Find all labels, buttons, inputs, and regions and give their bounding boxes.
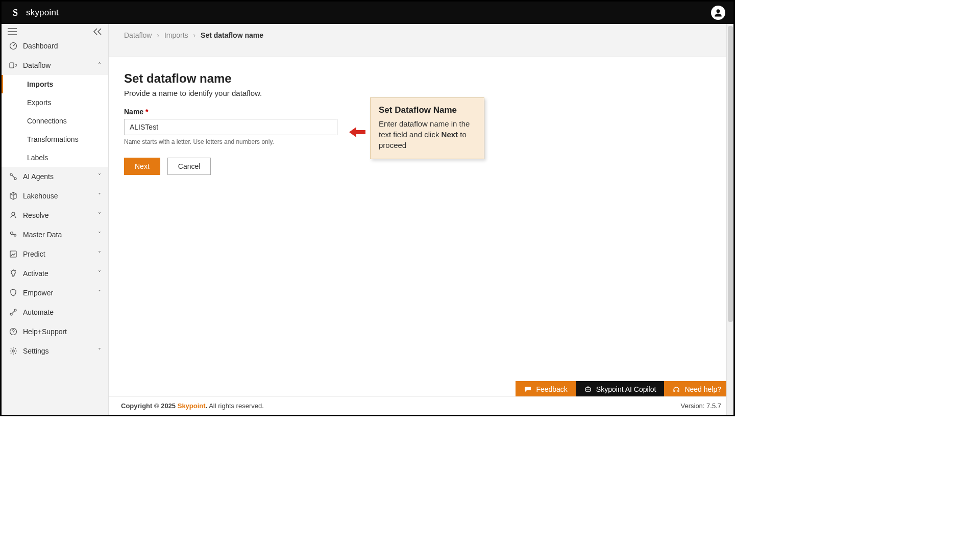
page-subtitle: Provide a name to identify your dataflow…	[124, 89, 718, 97]
sidebar-subitem-imports[interactable]: Imports	[2, 75, 108, 93]
sidebar-label: Lakehouse	[23, 192, 93, 200]
svg-rect-2	[10, 63, 14, 68]
chevron-down-icon: ˅	[98, 173, 101, 180]
topbar: S skypoint	[2, 2, 733, 24]
svg-point-11	[12, 350, 14, 352]
sidebar-subitem-exports[interactable]: Exports	[2, 93, 108, 112]
hamburger-icon[interactable]	[8, 28, 17, 35]
chevron-down-icon: ˅	[98, 250, 101, 258]
scrollbar-thumb[interactable]	[728, 26, 733, 322]
sidebar-item-help-support[interactable]: Help+Support	[2, 322, 108, 341]
headset-icon	[672, 385, 680, 393]
feedback-label: Feedback	[536, 385, 567, 393]
sidebar-item-resolve[interactable]: Resolve ˅	[2, 206, 108, 225]
breadcrumb-sep: ›	[157, 31, 159, 39]
copyright-suffix: All rights reserved.	[207, 402, 264, 410]
chevron-down-icon: ˅	[98, 212, 101, 219]
brand-name: skypoint	[26, 8, 59, 18]
help-tabs: Feedback Skypoint AI Copilot Need help?	[516, 381, 729, 397]
gear-icon	[9, 347, 18, 355]
sidebar-label: AI Agents	[23, 172, 93, 181]
brand-logo-icon: S	[10, 7, 21, 18]
chevron-down-icon: ˅	[98, 192, 101, 199]
sidebar-item-lakehouse[interactable]: Lakehouse ˅	[2, 186, 108, 206]
footer: Copyright © 2025 Skypoint. All rights re…	[109, 396, 733, 415]
resolve-icon	[9, 211, 18, 219]
svg-point-9	[14, 309, 16, 311]
sidebar-item-settings[interactable]: Settings ˅	[2, 341, 108, 361]
predict-icon	[9, 250, 18, 258]
sidebar-label: Empower	[23, 289, 93, 297]
breadcrumb-sep: ›	[193, 31, 196, 39]
cube-icon	[9, 192, 18, 200]
page-title: Set dataflow name	[124, 71, 718, 86]
sidebar-subitem-connections[interactable]: Connections	[2, 112, 108, 130]
feedback-tab[interactable]: Feedback	[516, 381, 575, 397]
button-row: Next Cancel	[124, 158, 718, 175]
sidebar-item-master-data[interactable]: Master Data ˅	[2, 225, 108, 244]
copilot-label: Skypoint AI Copilot	[596, 385, 656, 393]
sidebar-label: Master Data	[23, 231, 93, 239]
svg-point-6	[14, 234, 16, 236]
gauge-icon	[9, 42, 18, 50]
dataflow-subitems: Imports Exports Connections Transformati…	[2, 75, 108, 167]
sidebar-label: Dataflow	[23, 61, 93, 69]
sidebar-top	[2, 24, 108, 36]
sidebar-label: Predict	[23, 250, 93, 258]
sidebar: Dashboard Dataflow ˄ Imports Exports Con…	[2, 24, 109, 415]
chevron-up-icon: ˄	[98, 62, 101, 69]
copyright-prefix: Copyright © 2025	[121, 402, 178, 410]
lightbulb-icon	[9, 269, 18, 278]
svg-point-14	[589, 389, 590, 390]
version-label: Version:	[680, 402, 706, 410]
cancel-button[interactable]: Cancel	[167, 158, 211, 175]
sidebar-item-dataflow[interactable]: Dataflow ˄	[2, 56, 108, 75]
chevron-down-icon: ˅	[98, 270, 101, 277]
svg-point-4	[14, 178, 16, 180]
breadcrumb-link-imports[interactable]: Imports	[164, 31, 188, 39]
breadcrumb-link-dataflow[interactable]: Dataflow	[124, 31, 152, 39]
sidebar-item-predict[interactable]: Predict ˅	[2, 244, 108, 264]
chevron-down-icon: ˅	[98, 347, 101, 355]
sidebar-item-dashboard[interactable]: Dashboard	[2, 36, 108, 56]
shield-icon	[9, 289, 18, 297]
automate-icon	[9, 308, 18, 316]
field-label-text: Name	[124, 108, 143, 116]
copyright: Copyright © 2025 Skypoint. All rights re…	[121, 402, 264, 410]
sidebar-item-automate[interactable]: Automate	[2, 303, 108, 322]
bot-icon	[584, 385, 592, 393]
master-data-icon	[9, 231, 18, 239]
version-value: 7.5.7	[706, 402, 721, 410]
chevron-down-icon: ˅	[98, 231, 101, 238]
need-help-label: Need help?	[684, 385, 721, 393]
callout-box: Set Dataflow Name Enter dataflow name in…	[370, 97, 484, 159]
svg-point-0	[717, 9, 720, 13]
chevron-down-icon: ˅	[98, 289, 101, 296]
callout-text-bold: Next	[442, 130, 458, 139]
need-help-tab[interactable]: Need help?	[664, 381, 729, 397]
footer-brand-link[interactable]: Skypoint	[178, 402, 206, 410]
dataflow-name-input[interactable]	[124, 119, 337, 135]
sidebar-item-empower[interactable]: Empower ˅	[2, 283, 108, 303]
sidebar-item-activate[interactable]: Activate ˅	[2, 264, 108, 283]
svg-point-3	[10, 173, 12, 175]
main: Dataflow › Imports › Set dataflow name S…	[109, 24, 733, 415]
avatar[interactable]	[711, 6, 725, 20]
brand[interactable]: S skypoint	[10, 7, 59, 18]
svg-point-5	[11, 232, 13, 235]
sidebar-subitem-transformations[interactable]: Transformations	[2, 130, 108, 148]
sidebar-subitem-labels[interactable]: Labels	[2, 148, 108, 167]
required-asterisk: *	[145, 108, 148, 116]
sidebar-label: Settings	[23, 347, 93, 355]
dataflow-icon	[9, 61, 18, 69]
svg-rect-7	[10, 251, 16, 257]
copilot-tab[interactable]: Skypoint AI Copilot	[576, 381, 665, 397]
scrollbar[interactable]	[726, 24, 733, 415]
user-icon	[713, 8, 723, 18]
breadcrumb-current: Set dataflow name	[201, 31, 263, 39]
svg-point-8	[10, 313, 12, 315]
sidebar-item-ai-agents[interactable]: AI Agents ˅	[2, 167, 108, 186]
next-button[interactable]: Next	[124, 158, 160, 175]
collapse-sidebar-icon[interactable]	[93, 28, 102, 35]
svg-point-13	[586, 389, 587, 390]
